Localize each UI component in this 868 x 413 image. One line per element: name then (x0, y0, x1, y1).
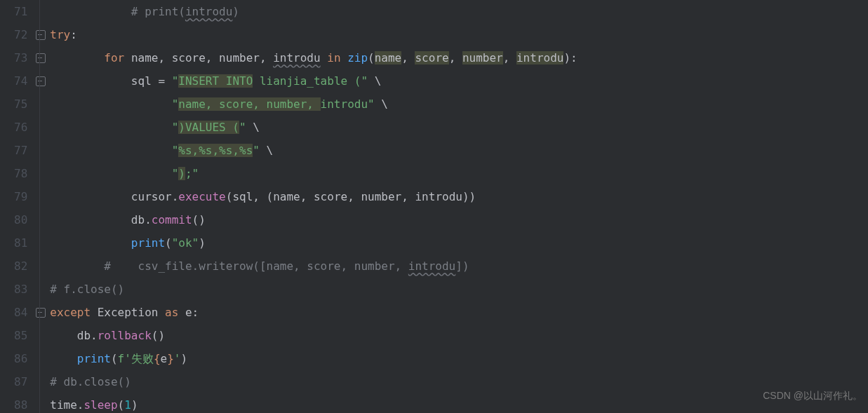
code-line[interactable]: print(f'失败{e}') (50, 347, 868, 370)
line-number: 85 (14, 324, 27, 347)
line-number: 79 (14, 185, 27, 208)
code-line[interactable]: # f.close() (50, 278, 868, 301)
code-line[interactable]: # csv_file.writerow([name, score, number… (50, 255, 868, 278)
code-line[interactable]: # print(introdu) (50, 0, 868, 23)
line-number: 77 (14, 139, 27, 162)
line-number: 78 (14, 162, 27, 185)
watermark-text: CSDN @以山河作礼。 (763, 384, 862, 407)
code-line[interactable]: for name, score, number, introdu in zip(… (50, 46, 868, 69)
fold-handle[interactable] (36, 308, 46, 318)
code-editor: 717273747576777879808182838485868788 # p… (0, 0, 868, 413)
line-number: 80 (14, 208, 27, 231)
fold-handle[interactable] (36, 76, 46, 86)
code-line[interactable]: "%s,%s,%s,%s" \ (50, 139, 868, 162)
code-line[interactable]: # db.close() (50, 370, 868, 393)
code-line[interactable]: sql = "INSERT INTO lianjia_table (" \ (50, 69, 868, 93)
code-line[interactable]: cursor.execute(sql, (name, score, number… (50, 185, 868, 208)
line-number: 86 (14, 347, 27, 370)
line-number: 76 (14, 116, 27, 139)
fold-handle[interactable] (36, 30, 46, 40)
line-number: 71 (14, 0, 27, 23)
fold-handle[interactable] (36, 53, 46, 63)
line-number: 75 (14, 93, 27, 116)
line-number: 87 (14, 370, 27, 393)
line-number: 81 (14, 231, 27, 255)
code-line[interactable]: except Exception as e: (50, 301, 868, 324)
code-line[interactable]: ")VALUES (" \ (50, 116, 868, 139)
line-number: 74 (14, 69, 27, 93)
code-line[interactable]: "name, score, number, introdu" \ (50, 93, 868, 116)
fold-line (39, 0, 40, 413)
line-number: 88 (14, 393, 27, 413)
code-area[interactable]: # print(introdu) try: for name, score, n… (46, 0, 868, 413)
line-number: 73 (14, 46, 27, 69)
code-line[interactable]: time.sleep(1) (50, 393, 868, 413)
code-line[interactable]: print("ok") (50, 231, 868, 255)
line-number: 84 (14, 301, 27, 324)
line-number-gutter: 717273747576777879808182838485868788 (0, 0, 36, 413)
code-line[interactable]: db.commit() (50, 208, 868, 231)
line-number: 83 (14, 278, 27, 301)
line-number: 82 (14, 255, 27, 278)
fold-gutter (36, 0, 46, 413)
code-line[interactable]: ");" (50, 162, 868, 185)
code-line[interactable]: db.rollback() (50, 324, 868, 347)
line-number: 72 (14, 23, 27, 46)
code-line[interactable]: try: (50, 23, 868, 46)
